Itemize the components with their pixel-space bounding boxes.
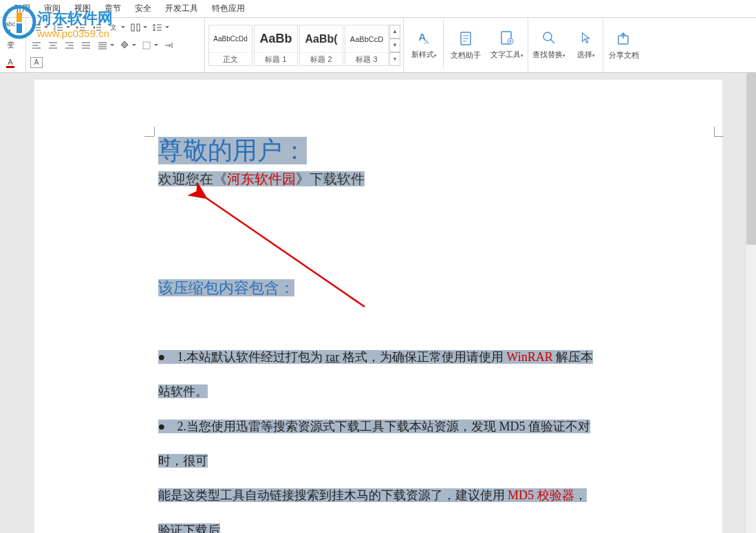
cursor-icon [576,28,596,47]
shading-button[interactable] [117,38,132,53]
menu-review[interactable]: 审阅 [44,3,61,14]
replace-case-button[interactable]: 变 [3,38,18,53]
doc-title[interactable]: 尊敬的用户： [158,135,598,167]
doc-helper-icon [456,29,475,48]
menu-view[interactable]: 视图 [74,3,91,14]
svg-text:3: 3 [54,28,56,32]
align-distributed-button[interactable] [95,38,110,53]
styles-nav: ▲ ▼ ▾ [389,25,400,66]
svg-point-5 [32,27,34,29]
document-viewport[interactable]: 尊敬的用户： 欢迎您在《河东软件园》下载软件 该压缩包内容包含： ● 1.本站默… [0,73,756,533]
char-border-button[interactable]: A [29,55,44,70]
align-right-button[interactable] [62,38,77,53]
svg-text:文: 文 [110,23,117,31]
svg-point-7 [32,30,34,32]
increase-indent-button[interactable] [89,20,105,35]
decrease-indent-button[interactable] [73,20,88,35]
svg-rect-23 [137,24,140,31]
svg-rect-43 [143,42,150,49]
scroll-thumb[interactable] [746,73,756,245]
doc-subtitle[interactable]: 该压缩包内容包含： [158,278,598,298]
ribbon-group-paragraph: 123 文 A [26,18,205,72]
align-left-button[interactable] [29,38,44,53]
tabs-button[interactable] [161,38,176,53]
styles-up-button[interactable]: ▲ [389,25,400,39]
new-style-button[interactable]: AA 新样式▾ [405,19,444,69]
share-icon [614,29,634,48]
select-button[interactable]: 选择▾ [571,19,601,69]
svg-rect-22 [131,24,134,31]
annotation-arrow [179,183,385,334]
style-heading2[interactable]: AaBb( 标题 2 [299,25,343,66]
styles-down-button[interactable]: ▼ [389,39,400,52]
align-distribute-button[interactable] [128,20,143,35]
svg-line-54 [550,39,554,43]
borders-button[interactable] [139,38,154,53]
ribbon-group-replace: abc⇄ 变 A [0,18,26,72]
new-style-icon: AA [415,28,434,47]
align-center-button[interactable] [45,38,61,53]
vertical-scrollbar[interactable] [745,73,756,533]
doc-welcome[interactable]: 欢迎您在《河东软件园》下载软件 [158,170,598,188]
page[interactable]: 尊敬的用户： 欢迎您在《河东软件园》下载软件 该压缩包内容包含： ● 1.本站默… [34,80,722,533]
replace-abc-button[interactable]: abc⇄ [3,20,18,35]
menu-special[interactable]: 特色应用 [212,3,245,14]
item-1[interactable]: ● 1.本站默认软件经过打包为 rar 格式，为确保正常使用请使用 WinRAR… [158,340,598,409]
text-tools-button[interactable]: 文字工具▾ [488,19,526,69]
find-replace-button[interactable]: 查找替换▾ [530,19,568,69]
line-spacing-button[interactable] [150,20,165,35]
align-justify-button[interactable] [78,38,94,53]
numbering-button[interactable]: 123 [51,20,66,35]
text-tools-icon [497,28,517,47]
menu-chapter[interactable]: 章节 [105,3,121,14]
menu-devtools[interactable]: 开发工具 [165,3,198,14]
share-button[interactable]: 分享文档 [605,19,643,69]
svg-text:A: A [424,38,429,45]
menu-security[interactable]: 安全 [135,3,151,14]
ribbon: abc⇄ 变 A 123 文 A [0,18,756,73]
search-icon [539,28,559,47]
menu-reference[interactable]: 引用 [14,3,30,14]
bullets-button[interactable] [29,20,44,35]
menu-bar: 引用 审阅 视图 章节 安全 开发工具 特色应用 [0,0,756,18]
doc-helper-button[interactable]: 文档助手 [446,19,485,69]
margin-mark-tl [144,129,158,143]
svg-point-3 [32,24,34,26]
doc-body[interactable]: ● 1.本站默认软件经过打包为 rar 格式，为确保正常使用请使用 WinRAR… [158,340,598,533]
styles-more-button[interactable]: ▾ [389,52,400,66]
styles-gallery: AaBbCcDd 正文 AaBb 标题 1 AaBb( 标题 2 AaBbCcD… [205,18,404,72]
font-color-button[interactable]: A [3,55,18,70]
style-heading1[interactable]: AaBb 标题 1 [254,25,298,66]
text-direction-button[interactable]: 文 [106,20,121,35]
style-normal[interactable]: AaBbCcDd 正文 [208,25,252,66]
item-2-line1[interactable]: ● 2.当您使用迅雷等搜索资源式下载工具下载本站资源，发现 MD5 值验证不对时… [158,409,598,479]
margin-mark-tr [714,129,728,143]
style-heading3[interactable]: AaBbCcD 标题 3 [345,25,389,66]
item-2-line2[interactable]: 能是这类型工具自动链接搜索到挂木马的下载资源了，建议使用 MD5 校验器，验证下… [158,478,598,533]
